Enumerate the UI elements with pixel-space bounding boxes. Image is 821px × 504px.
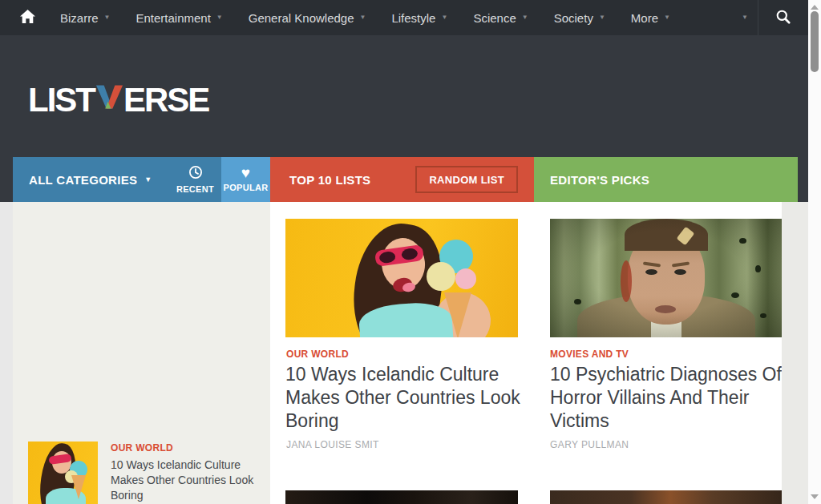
top10-lists-column: OUR WORLD 10 Ways Icelandic Culture Make… xyxy=(270,202,534,504)
hero-art-lens xyxy=(378,251,396,264)
nav-item-society[interactable]: Society ▼ xyxy=(541,0,618,35)
chevron-down-icon: ▼ xyxy=(216,14,223,21)
chevron-down-icon: ▼ xyxy=(360,14,366,21)
article-thumbnail[interactable] xyxy=(28,442,98,504)
scrollbar[interactable] xyxy=(808,0,821,504)
article-title-link[interactable]: 10 Ways Icelandic Culture Makes Other Co… xyxy=(285,363,523,433)
tab-recent[interactable]: RECENT xyxy=(169,157,221,202)
hero-art-vignette xyxy=(550,219,782,337)
all-categories-label: ALL CATEGORIES xyxy=(29,173,137,187)
thumb-art-cone xyxy=(71,475,86,499)
editors-picks-column: MOVIES AND TV 10 Psychiatric Diagnoses O… xyxy=(534,202,782,504)
site-logo[interactable]: LIST ERSE xyxy=(28,81,208,119)
chevron-down-icon: ▼ xyxy=(522,14,528,21)
article-title[interactable]: 10 Ways Icelandic Culture Makes Other Co… xyxy=(111,458,257,503)
chevron-down-icon: ▼ xyxy=(664,14,670,21)
scrollbar-down-arrow[interactable] xyxy=(811,494,819,499)
nav-item-entertainment[interactable]: Entertainment ▼ xyxy=(123,0,235,35)
article-author: GARY PULLMAN xyxy=(550,439,629,450)
tab-popular-label: POPULAR xyxy=(224,183,269,192)
article-category[interactable]: OUR WORLD xyxy=(111,442,257,454)
categories-column: OUR WORLD 10 Ways Icelandic Culture Make… xyxy=(13,202,270,504)
article-category-link[interactable]: MOVIES AND TV xyxy=(550,349,629,360)
article-image[interactable] xyxy=(550,219,782,337)
top10-lists-bar: TOP 10 LISTS RANDOM LIST xyxy=(270,157,534,202)
chevron-down-icon: ▼ xyxy=(441,14,447,21)
article-category-link[interactable]: OUR WORLD xyxy=(286,349,349,360)
all-categories-dropdown[interactable]: ALL CATEGORIES ▼ xyxy=(13,157,169,202)
editors-picks-heading: EDITOR'S PICKS xyxy=(534,173,649,187)
nav-item-label: General Knowledge xyxy=(249,11,354,25)
nav-item-general-knowledge[interactable]: General Knowledge ▼ xyxy=(236,0,379,35)
list-item[interactable]: OUR WORLD 10 Ways Icelandic Culture Make… xyxy=(28,442,261,504)
nav-item-label: Society xyxy=(554,11,593,25)
hero-art-lens xyxy=(401,248,419,261)
clock-icon xyxy=(188,165,203,181)
search-icon xyxy=(775,9,791,27)
logo-text-post: ERSE xyxy=(123,81,208,119)
hero-art-icecream2 xyxy=(427,262,455,291)
editors-picks-bar: EDITOR'S PICKS xyxy=(534,157,798,202)
top10-lists-heading: TOP 10 LISTS xyxy=(270,173,370,187)
logo-v-icon xyxy=(95,81,123,119)
home-button[interactable] xyxy=(0,10,47,26)
page-margin-left xyxy=(0,202,13,504)
page-margin-right xyxy=(782,202,808,504)
scrollbar-up-arrow[interactable] xyxy=(811,5,819,10)
article-author: JANA LOUISE SMIT xyxy=(286,439,379,450)
nav-item-more[interactable]: More ▼ xyxy=(618,0,683,35)
categories-bar: ALL CATEGORIES ▼ RECENT ♥ POPULAR xyxy=(13,157,270,202)
logo-text-pre: LIST xyxy=(28,81,95,119)
random-list-button[interactable]: RANDOM LIST xyxy=(415,166,518,193)
hero-art-cone xyxy=(444,292,471,337)
chevron-down-icon: ▼ xyxy=(144,176,152,183)
nav-item-label: Lifestyle xyxy=(391,11,435,25)
nav-item-bizarre[interactable]: Bizarre ▼ xyxy=(47,0,123,35)
heart-icon: ♥ xyxy=(241,167,251,179)
chevron-down-icon: ▼ xyxy=(599,14,605,21)
nav-item-label: More xyxy=(631,11,658,25)
nav-item-label: Science xyxy=(473,11,516,25)
search-button[interactable] xyxy=(758,0,808,35)
chevron-down-icon: ▼ xyxy=(742,14,748,21)
scrollbar-thumb[interactable] xyxy=(811,11,819,72)
article-title-link[interactable]: 10 Psychiatric Diagnoses Of Horror Villa… xyxy=(550,363,782,433)
chevron-down-icon: ▼ xyxy=(104,14,111,21)
nav-item-label: Entertainment xyxy=(135,11,210,25)
next-article-image[interactable] xyxy=(285,490,518,504)
article-image[interactable] xyxy=(285,219,518,337)
next-article-image[interactable] xyxy=(550,490,782,504)
tab-popular[interactable]: ♥ POPULAR xyxy=(221,157,270,202)
nav-item-lifestyle[interactable]: Lifestyle ▼ xyxy=(378,0,460,35)
home-icon xyxy=(20,10,35,26)
nav-overflow-toggle[interactable]: ▼ xyxy=(729,0,758,35)
sidebar-item-text: OUR WORLD 10 Ways Icelandic Culture Make… xyxy=(111,442,257,503)
top-navigation: Bizarre ▼ Entertainment ▼ General Knowle… xyxy=(0,0,808,35)
nav-item-label: Bizarre xyxy=(60,11,99,25)
hero-art-icecream3 xyxy=(455,268,476,289)
nav-item-science[interactable]: Science ▼ xyxy=(460,0,540,35)
tab-recent-label: RECENT xyxy=(176,184,214,194)
